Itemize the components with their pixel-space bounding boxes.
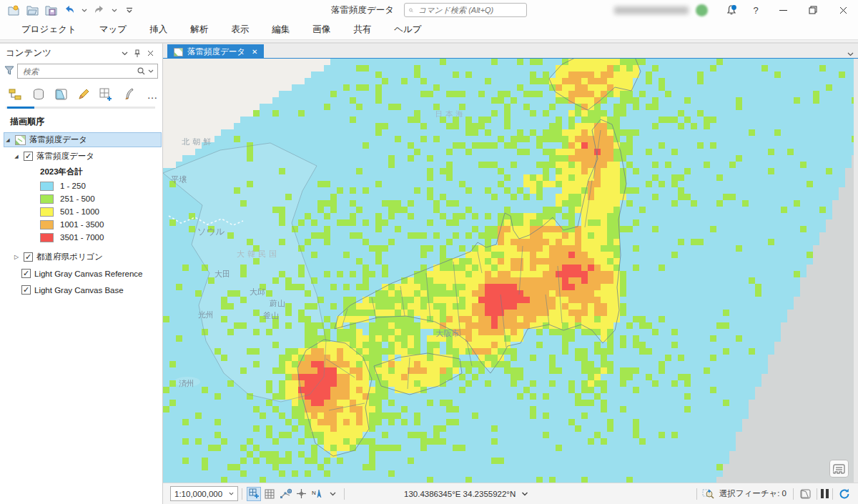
contents-search-input[interactable] <box>21 66 134 76</box>
expand-collapse-icon[interactable]: ◢ <box>4 137 11 143</box>
selected-features-count[interactable]: 選択フィーチャ: 0 <box>719 488 786 499</box>
avatar[interactable] <box>696 4 708 16</box>
save-project-icon[interactable] <box>43 2 59 18</box>
map-overlay-button[interactable] <box>829 460 849 478</box>
legend-item: 1001 - 3500 <box>0 218 162 231</box>
north-arrow-icon[interactable]: N <box>310 487 324 501</box>
explore-grid-tool-icon[interactable] <box>247 487 261 501</box>
toolbar-active-underline <box>6 107 155 109</box>
legend-label: 3501 - 7000 <box>60 233 104 242</box>
arcgis-pro-window: 落雷頻度データ ? プロジェクト マップ <box>0 0 858 504</box>
crosshair-tool-icon[interactable] <box>294 487 308 501</box>
layer-visibility-checkbox[interactable]: ✓ <box>21 285 31 295</box>
legend-label: 501 - 1000 <box>60 207 99 216</box>
onscreen-keyboard-icon <box>833 464 845 474</box>
list-by-snapping-icon[interactable] <box>99 87 114 102</box>
more-tools-ellipsis[interactable]: … <box>145 87 159 102</box>
navigation-options-chevron-icon[interactable] <box>325 487 340 501</box>
zoom-to-selection-icon[interactable] <box>701 487 716 501</box>
title-bar: 落雷頻度データ ? <box>0 0 858 20</box>
refresh-icon[interactable] <box>837 487 852 501</box>
redo-icon[interactable] <box>92 2 107 18</box>
pane-menu-chevron-icon[interactable] <box>118 47 131 60</box>
layer-visibility-checkbox[interactable]: ✓ <box>24 152 33 161</box>
ribbon-tab-imagery[interactable]: 画像 <box>301 20 342 40</box>
snapping-tool-icon[interactable] <box>278 487 292 501</box>
ribbon-tab-insert[interactable]: 挿入 <box>138 20 179 40</box>
customize-qat-icon[interactable] <box>122 2 137 18</box>
map-canvas-container: 北朝鮮平壌ソウル大韓民国大田大邱蔚山釜山光州済州日本海大阪市 <box>163 59 858 483</box>
legend-label: 1 - 250 <box>60 182 86 190</box>
map-icon <box>174 48 183 56</box>
pin-icon[interactable] <box>131 47 144 60</box>
command-search-input[interactable] <box>417 5 522 15</box>
map-view-area: 落雷頻度データ ✕ 北朝鮮平壌ソウル大韓民国大田大邱蔚山釜山光州済州日本海大阪市… <box>163 43 858 504</box>
legend-item: 251 - 500 <box>0 192 162 205</box>
legend-item: 1 - 250 <box>0 179 162 192</box>
legend-item: 501 - 1000 <box>0 205 162 218</box>
undo-dropdown-icon[interactable] <box>80 2 89 18</box>
ribbon-tab-map[interactable]: マップ <box>88 20 138 40</box>
contents-pane: コンテンツ <box>0 43 163 504</box>
tab-close-icon[interactable]: ✕ <box>252 48 257 56</box>
minimize-button[interactable] <box>768 0 798 20</box>
chevron-down-icon <box>521 492 528 496</box>
pause-drawing-icon[interactable] <box>821 489 829 498</box>
close-button[interactable] <box>828 0 858 20</box>
list-by-data-source-icon[interactable] <box>31 87 46 102</box>
map-right-gutter <box>854 59 858 483</box>
tree-node-map[interactable]: ◢ 落雷頻度データ <box>4 132 162 147</box>
tree-node-canvas-base[interactable]: ✓ Light Gray Canvas Base <box>0 282 162 297</box>
ribbon-tab-help[interactable]: ヘルプ <box>383 20 433 40</box>
ribbon-tab-share[interactable]: 共有 <box>342 20 383 40</box>
ribbon-tabs: プロジェクト マップ 挿入 解析 表示 編集 画像 共有 ヘルプ <box>0 20 858 40</box>
legend-label: 251 - 500 <box>60 194 95 203</box>
redo-dropdown-icon[interactable] <box>110 2 119 18</box>
contents-toolbar: … <box>0 81 162 107</box>
ribbon-tab-project[interactable]: プロジェクト <box>10 20 88 40</box>
restore-button[interactable] <box>798 0 828 20</box>
map-node-label: 落雷頻度データ <box>29 134 87 145</box>
filter-funnel-icon[interactable] <box>4 65 14 78</box>
tree-node-prefectures[interactable]: ▷ ✓ 都道府県ポリゴン <box>0 249 162 265</box>
list-by-selection-icon[interactable] <box>54 87 69 102</box>
search-options-chevron-icon[interactable] <box>148 69 154 73</box>
pane-close-icon[interactable] <box>144 47 157 60</box>
scale-combobox[interactable]: 1:10,000,000 <box>170 486 238 501</box>
legend-label: 1001 - 3500 <box>60 220 104 229</box>
new-project-icon[interactable] <box>6 2 21 18</box>
layer-visibility-checkbox[interactable]: ✓ <box>21 269 31 278</box>
legend-swatch <box>40 233 54 242</box>
list-by-labeling-icon[interactable] <box>122 87 137 102</box>
view-tab-strip: 落雷頻度データ ✕ <box>163 43 858 59</box>
open-project-icon[interactable] <box>24 2 40 18</box>
tree-node-canvas-reference[interactable]: ✓ Light Gray Canvas Reference <box>0 266 162 281</box>
notifications-bell-icon[interactable] <box>719 0 744 20</box>
coordinates-readout[interactable]: 130.4386345°E 34.2355922°N <box>404 490 528 498</box>
list-by-drawing-order-icon[interactable] <box>9 87 23 102</box>
layer-node-label: 都道府県ポリゴン <box>36 252 103 262</box>
legend-swatch <box>40 194 54 204</box>
ribbon-tab-analysis[interactable]: 解析 <box>179 20 220 40</box>
expand-collapse-icon[interactable]: ◢ <box>13 154 20 159</box>
selection-shape-icon[interactable] <box>798 487 812 501</box>
search-icon <box>409 6 413 14</box>
map-view-tab[interactable]: 落雷頻度データ ✕ <box>167 44 264 59</box>
map-icon <box>15 135 26 145</box>
contents-pane-title: コンテンツ <box>6 47 118 59</box>
command-search[interactable] <box>404 3 527 17</box>
map-canvas[interactable] <box>163 59 854 483</box>
ribbon-tab-edit[interactable]: 編集 <box>260 20 301 40</box>
contents-search-box[interactable] <box>17 64 158 79</box>
chevron-down-icon <box>229 492 234 495</box>
help-icon[interactable]: ? <box>744 0 768 20</box>
undo-icon[interactable] <box>61 2 77 18</box>
ribbon-tab-view[interactable]: 表示 <box>220 20 260 40</box>
expand-collapse-icon[interactable]: ▷ <box>13 254 20 260</box>
user-name-redacted <box>614 6 689 14</box>
list-by-editing-icon[interactable] <box>77 87 92 102</box>
map-tab-label: 落雷頻度データ <box>187 46 245 57</box>
tree-node-layer[interactable]: ◢ ✓ 落雷頻度データ <box>0 149 162 164</box>
layer-visibility-checkbox[interactable]: ✓ <box>24 252 33 262</box>
grid-tool-icon[interactable] <box>262 487 277 501</box>
